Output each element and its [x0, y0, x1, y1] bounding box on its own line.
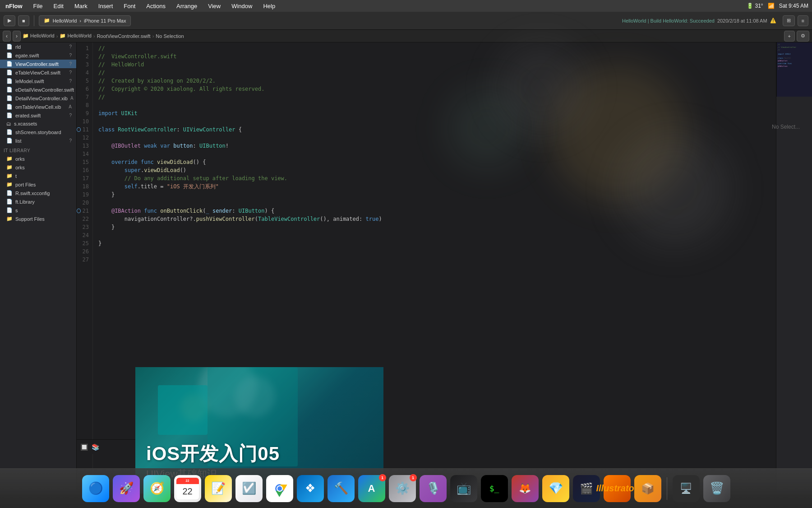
sidebar-item-support[interactable]: 📁 Support Files [0, 214, 76, 223]
app-name-menu[interactable]: nFlow [4, 3, 24, 9]
menu-file[interactable]: File [32, 3, 45, 9]
sidebar-item-0[interactable]: 📄 rld ? [0, 42, 76, 51]
menu-view[interactable]: View [206, 3, 222, 9]
sidebar-item-model[interactable]: 📄 leModel.swift ? [0, 77, 76, 85]
sidebar-item-list[interactable]: 📄 list ? [0, 136, 76, 145]
toolbar-right-buttons: ⊞ ≡ [783, 15, 808, 26]
dock-terminal[interactable]: $_ [481, 475, 508, 502]
mini-map: // // ViewController // import UIKit cla… [776, 42, 812, 97]
sidebar-item-assets[interactable]: 🗂 s.xcassets [0, 120, 76, 128]
bc-sep-1: › [56, 33, 58, 39]
sidebar-item-rootvc[interactable]: 📄 ViewController.swift ? [0, 60, 76, 68]
dock-calendar[interactable]: 22 22 [174, 475, 201, 502]
stop-button[interactable]: ■ [18, 15, 29, 26]
dock-notes[interactable]: 📝 [205, 475, 232, 502]
file-icon: 📄 [6, 112, 13, 118]
menu-window[interactable]: Window [230, 3, 254, 9]
build-time: 2020/2/18 at 11:08 AM [717, 18, 767, 23]
prefs-badge: 1 [410, 474, 417, 481]
menu-edit[interactable]: Edit [52, 3, 65, 9]
bc-file[interactable]: RootViewController.swift [97, 33, 151, 39]
file-icon: 📄 [6, 95, 13, 101]
dock-xcode[interactable]: 🔨 [328, 475, 355, 502]
sidebar-item-detailxib[interactable]: 📄 DetailViewController.xib A [0, 94, 76, 103]
code-editor: 12345 678910 11 12131415 1617181920 21 2… [77, 42, 776, 494]
bc-sep-3: › [152, 33, 154, 39]
file-icon: 📄 [6, 70, 13, 75]
sidebar-item-detailvc[interactable]: 📄 eDetailViewController.swift ? [0, 85, 76, 94]
split-view-button[interactable]: ⊞ [783, 15, 795, 26]
warning-icon: ⚠️ [770, 18, 776, 23]
sidebar-item-t[interactable]: 📁 t [0, 172, 76, 180]
dock-appletv[interactable]: 📺 [450, 475, 477, 502]
dock-appstore[interactable]: A 1 [358, 475, 385, 502]
scheme-icon: 📁 [44, 18, 50, 23]
nav-forward-button[interactable]: › [13, 31, 21, 42]
inspector-button[interactable]: ≡ [798, 15, 808, 26]
sidebar-item-tableviewcell[interactable]: 📄 eTableViewCell.swift ? [0, 68, 76, 77]
sidebar-item-ftlibrary[interactable]: 📄 ft.Library [0, 197, 76, 206]
file-icon: 📄 [6, 52, 13, 58]
dock-vscode[interactable]: ❖ [297, 475, 324, 502]
sidebar-item-launchscreen[interactable]: 📄 shScreen.storyboard [0, 128, 76, 136]
nav-back-button[interactable]: ‹ [3, 31, 11, 42]
file-icon: 📄 [6, 207, 13, 213]
menu-mark[interactable]: Mark [73, 3, 89, 9]
bc-selection[interactable]: No Selection [156, 33, 184, 39]
folder-icon: 📁 [6, 156, 13, 162]
line-numbers: 12345 678910 11 12131415 1617181920 21 2… [77, 42, 93, 494]
dock-transmit[interactable]: 📦 [634, 475, 661, 502]
menu-font[interactable]: Font [122, 3, 137, 9]
dock-finder[interactable]: 🔵 [82, 475, 109, 502]
bc-group[interactable]: 📁 HelloWorld [60, 33, 92, 39]
file-icon: 📄 [6, 129, 13, 135]
filter-button[interactable]: ⚙ [797, 31, 809, 42]
menubar: nFlow File Edit Mark Insert Font Actions… [0, 0, 812, 12]
file-icon: 📄 [6, 87, 13, 93]
sidebar-item-delegate[interactable]: 📄 egate.swift ? [0, 51, 76, 60]
scheme-selector[interactable]: 📁 HelloWorld › iPhone 11 Pro Max [39, 15, 131, 26]
dock-launchpad[interactable]: 🚀 [113, 475, 140, 502]
dock-sysprefs[interactable]: ⚙️ 1 [389, 475, 416, 502]
dock-sketch[interactable]: 💎 [542, 475, 569, 502]
sidebar-group-frameworks: It Library [0, 147, 76, 154]
menu-actions[interactable]: Actions [144, 3, 167, 9]
chevron-icon: › [79, 18, 81, 23]
bc-project[interactable]: 📁 HelloWorld [23, 33, 55, 39]
deco-box [158, 385, 208, 435]
debug-icon[interactable]: 🔲 [80, 443, 88, 451]
file-icon: 🗂 [6, 121, 11, 126]
inspector-panel: // // ViewController // import UIKit cla… [776, 42, 812, 494]
navbar: ‹ › 📁 HelloWorld › 📁 HelloWorld › RootVi… [0, 30, 812, 42]
dock-safari[interactable]: 🧭 [143, 475, 171, 502]
dock-browser[interactable]: 🖥️ [673, 475, 700, 502]
build-status: HelloWorld | Build HelloWorld: Succeeded… [622, 18, 776, 23]
dock-reminders[interactable]: ☑️ [235, 475, 263, 502]
dock-separator [667, 477, 667, 500]
dock-illustrator[interactable]: Illustrator [604, 475, 631, 502]
dock-chrome[interactable] [266, 475, 293, 502]
file-icon: 📄 [6, 44, 13, 50]
file-icon: 📄 [6, 61, 13, 67]
video-title: iOS开发入门05 [146, 443, 373, 465]
sidebar-item-frameworks2[interactable]: 📁 orks [0, 163, 76, 172]
sidebar-item-frameworks1[interactable]: 📁 orks [0, 154, 76, 163]
library-icon[interactable]: 📚 [92, 443, 99, 451]
sidebar-item-xcconfig[interactable]: 📄 R.swift.xcconfig [0, 189, 76, 197]
folder-icon: 📁 [6, 173, 13, 179]
menu-arrange[interactable]: Arrange [175, 3, 199, 9]
sidebar-item-products[interactable]: 📁 port Files [0, 180, 76, 189]
dock-sourcecontrol[interactable]: 🦊 [512, 475, 539, 502]
sidebar: 📄 rld ? 📄 egate.swift ? 📄 ViewController… [0, 42, 77, 494]
add-file-button[interactable]: + [784, 31, 795, 42]
dock-podcasts[interactable]: 🎙️ [420, 475, 447, 502]
clock: Sat 9:45 AM [779, 3, 808, 9]
run-button[interactable]: ▶ [4, 15, 15, 26]
dock-trash[interactable]: 🗑️ [703, 475, 730, 502]
file-icon: 📄 [6, 199, 13, 205]
sidebar-item-tablevcxib[interactable]: 📄 omTableViewCell.xib A [0, 103, 76, 111]
sidebar-item-generated[interactable]: 📄 erated.swift ? [0, 111, 76, 120]
sidebar-item-s[interactable]: 📄 s [0, 206, 76, 214]
menu-insert[interactable]: Insert [97, 3, 115, 9]
menu-help[interactable]: Help [261, 3, 277, 9]
